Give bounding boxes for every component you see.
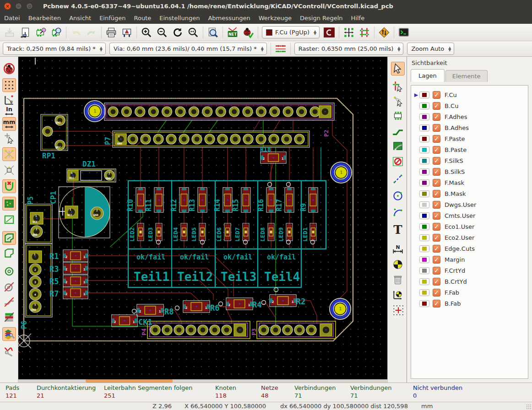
layer-color-button[interactable] — [419, 135, 429, 142]
layer-color-button[interactable] — [419, 245, 429, 252]
layer-color-button[interactable] — [419, 212, 429, 219]
layer-color-button[interactable] — [419, 278, 429, 285]
graphic-circle-icon[interactable] — [391, 189, 405, 202]
autoroute-icon[interactable] — [377, 25, 391, 40]
maximize-button[interactable]: ▫ — [26, 3, 33, 10]
tab-elemente[interactable]: Elemente — [445, 70, 488, 82]
menu-item-datei[interactable]: Datei — [0, 13, 24, 23]
zones-disable-icon[interactable] — [2, 213, 16, 227]
high-contrast-icon[interactable] — [2, 310, 16, 324]
layer-select[interactable]: F.Cu (PgUp)▲▼ — [262, 26, 320, 38]
vias-sketch-icon[interactable] — [2, 280, 16, 294]
zones-nofill-icon[interactable] — [2, 246, 16, 260]
layer-color-button[interactable] — [419, 102, 429, 109]
layer-color-button[interactable] — [419, 300, 429, 307]
grid-size-select[interactable]: Raster: 0,6350 mm (25,00 mils) ▲▼ — [294, 43, 404, 55]
plot-icon[interactable] — [119, 25, 134, 40]
layer-color-button[interactable] — [419, 124, 429, 131]
offset-origin-icon[interactable] — [391, 288, 405, 302]
layer-visibility-checkbox[interactable]: ✓ — [433, 212, 440, 220]
microwave-tools-icon[interactable] — [2, 344, 16, 358]
find-icon[interactable] — [206, 25, 220, 40]
layer-visibility-checkbox[interactable]: ✓ — [433, 245, 440, 253]
layer-visibility-checkbox[interactable]: ✓ — [433, 157, 440, 165]
zones-filled-icon[interactable] — [2, 197, 16, 210]
tracks-sketch-icon[interactable] — [2, 295, 16, 309]
zoom-select[interactable]: Zoom Auto ▲▼ — [407, 43, 454, 55]
zoom-in-icon[interactable] — [139, 25, 154, 40]
graphic-arc-icon[interactable] — [391, 205, 405, 219]
layer-color-button[interactable] — [419, 256, 429, 263]
layer-visibility-checkbox[interactable]: ✓ — [433, 168, 440, 176]
via-size-select[interactable]: Via: 0,60 mm (23,6 mils)/ 0,40 mm (15,7 … — [109, 43, 267, 55]
grid-visibility-icon[interactable] — [2, 78, 16, 92]
layer-color-button[interactable] — [419, 113, 429, 120]
module-ratsnest-icon[interactable] — [2, 163, 16, 177]
print-icon[interactable] — [104, 25, 119, 40]
layer-visibility-checkbox[interactable]: ✓ — [433, 223, 440, 231]
menu-item-hilfe[interactable]: Hilfe — [347, 13, 369, 23]
layer-color-button[interactable] — [419, 146, 429, 153]
layer-visibility-checkbox[interactable]: ✓ — [433, 234, 440, 242]
layer-color-button[interactable] — [419, 92, 429, 98]
route-track-icon[interactable] — [391, 124, 405, 138]
layer-color-button[interactable] — [419, 157, 429, 164]
units-mm-icon[interactable]: mm — [2, 117, 16, 131]
footprint-editor-icon[interactable] — [33, 25, 48, 40]
layer-visibility-checkbox[interactable]: ✓ — [433, 135, 440, 143]
layer-contrast-icon[interactable] — [322, 25, 337, 40]
undo-icon[interactable] — [69, 25, 83, 40]
cursor-shape-icon[interactable] — [2, 131, 16, 145]
layer-visibility-checkbox[interactable]: ✓ — [433, 102, 440, 110]
highlight-net-icon[interactable] — [391, 79, 405, 93]
mode-track-icon[interactable] — [357, 25, 372, 40]
menu-item-design-regeln[interactable]: Design Regeln — [296, 13, 347, 23]
track-autodel-icon[interactable] — [2, 179, 16, 193]
layer-visibility-checkbox[interactable]: ✓ — [433, 124, 440, 132]
layer-visibility-checkbox[interactable]: ✓ — [433, 146, 440, 154]
zoom-out-icon[interactable] — [155, 25, 169, 40]
graphic-line-icon[interactable] — [391, 172, 405, 186]
pads-sketch-icon[interactable] — [2, 264, 16, 278]
menu-item-bearbeiten[interactable]: Bearbeiten — [24, 13, 65, 23]
netlist-icon[interactable]: NET — [225, 25, 240, 40]
refresh-icon[interactable] — [170, 25, 185, 40]
layer-visibility-checkbox[interactable]: ✓ — [433, 300, 440, 308]
drc-off-icon[interactable] — [2, 62, 16, 76]
pcb-canvas[interactable]: 1111GNDGNDVCC1VCC2GND1VCC2GND1VCC2GND123… — [18, 57, 387, 383]
layer-color-button[interactable] — [419, 190, 429, 197]
tab-lagen[interactable]: Lagen — [411, 69, 445, 82]
layer-visibility-checkbox[interactable]: ✓ — [433, 278, 440, 286]
menu-item-ansicht[interactable]: Ansicht — [65, 13, 95, 23]
local-ratsnest-icon[interactable] — [391, 94, 405, 108]
layer-color-button[interactable] — [419, 168, 429, 175]
menu-item-abmessungen[interactable]: Abmessungen — [204, 13, 254, 23]
layer-color-button[interactable] — [419, 223, 429, 230]
minimize-button[interactable]: – — [15, 3, 22, 10]
menu-item-werkzeuge[interactable]: Werkzeuge — [255, 13, 296, 23]
resize-grip[interactable] — [526, 404, 531, 409]
page-settings-icon[interactable] — [18, 25, 33, 40]
layer-color-button[interactable] — [419, 179, 429, 186]
layer-visibility-checkbox[interactable]: ✓ — [433, 91, 440, 99]
zones-outline-icon[interactable] — [2, 231, 16, 245]
layer-visibility-checkbox[interactable]: ✓ — [433, 289, 440, 297]
layer-color-button[interactable] — [419, 267, 429, 274]
units-inch-icon[interactable]: In — [2, 104, 16, 118]
dimension-icon[interactable]: N — [391, 243, 405, 256]
add-keepout-icon[interactable] — [391, 155, 405, 168]
layer-color-button[interactable] — [419, 234, 429, 241]
drc-icon[interactable] — [241, 25, 255, 40]
python-console-icon[interactable] — [396, 25, 411, 40]
select-tool-icon[interactable] — [391, 62, 405, 76]
zoom-fit-icon[interactable] — [186, 25, 201, 40]
save-icon[interactable] — [2, 25, 17, 40]
add-text-icon[interactable]: T — [391, 223, 405, 237]
layer-visibility-checkbox[interactable]: ✓ — [433, 267, 440, 275]
layer-visibility-checkbox[interactable]: ✓ — [433, 113, 440, 121]
target-icon[interactable] — [391, 258, 405, 271]
layer-color-button[interactable] — [419, 289, 429, 296]
footprint-viewer-icon[interactable] — [49, 25, 64, 40]
ratsnest-icon[interactable] — [2, 147, 16, 161]
layer-visibility-checkbox[interactable]: ✓ — [433, 201, 440, 209]
